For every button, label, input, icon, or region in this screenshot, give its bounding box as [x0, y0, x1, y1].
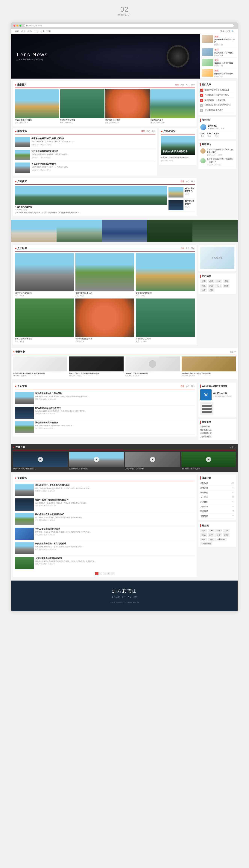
tag-item[interactable]: 相机 — [208, 279, 215, 283]
nav-photography[interactable]: 摄影 — [21, 30, 25, 33]
nav-register[interactable]: 注册 — [226, 30, 230, 33]
tab-latest[interactable]: 最新 — [141, 130, 145, 133]
tag-item[interactable]: 摄影 — [200, 529, 207, 532]
nav-home[interactable]: 首页 — [15, 30, 19, 33]
tab-domestic[interactable]: 国内 — [186, 247, 190, 250]
tag-item[interactable]: 相机 — [208, 529, 215, 532]
tab-overseas[interactable]: 国外 — [191, 247, 195, 250]
tab-selected[interactable]: 精选 — [191, 180, 195, 183]
wide-article[interactable]: RAW格式后期处理完整教程 RAW格式保留了最多的图像信息，学会后期处理让每张照… — [15, 405, 195, 420]
tab-humanistic[interactable]: 人文 — [186, 84, 190, 86]
ranked-item[interactable]: 2 风光摄影最佳拍摄时间与技巧 — [200, 93, 234, 98]
tag-item[interactable]: 佳能 — [215, 279, 222, 283]
article-item[interactable]: 跋山涉水，记录自然界最壮观的景色... 户外摄影 · 1天前 — [161, 155, 195, 163]
ranked-item[interactable]: 4 后期处理让照片更加完美的方法 — [200, 103, 234, 108]
nav-login[interactable]: 登录 — [220, 30, 224, 33]
browser-minimize-dot[interactable] — [17, 25, 18, 27]
wide-article[interactable]: 高山摄影的安全注意事项与技巧 高山摄影风险与美景并存，安全第一的同时如何拍出最美… — [15, 512, 195, 526]
tab-popular[interactable]: 热门 — [186, 385, 190, 388]
category-item[interactable]: 器材评测 96 — [200, 486, 234, 490]
tag-item[interactable]: Lightroom — [215, 538, 226, 541]
tab-scenery[interactable]: 风光 — [181, 84, 184, 86]
page-num-4[interactable]: 4 — [107, 572, 111, 575]
image-item[interactable]: 大自然绿色田野 赵六 / 2024-01-12 — [150, 89, 195, 124]
tab-latest[interactable]: 最新 — [181, 385, 184, 388]
tab-popular[interactable]: 热门 — [186, 180, 190, 183]
tab-random[interactable]: 随机 — [191, 385, 195, 388]
category-item[interactable]: 人文纪实 63 — [200, 495, 234, 500]
browser-close-dot[interactable] — [13, 25, 16, 27]
tab-recommended[interactable]: 推荐 — [151, 130, 156, 133]
image-item[interactable]: 花卉微距特写摄影 王五 / 2024-01-13 — [105, 89, 149, 124]
wide-article[interactable]: 手机APP摄影后期处理大全 现在手机上有很多优秀的后期处理应用，本文为你详细介绍… — [15, 526, 195, 541]
nav-tech[interactable]: 技术 — [40, 30, 45, 33]
feature-item[interactable]: 壮美的山川风光摄影记录 — [161, 136, 195, 155]
page-num-next[interactable]: » — [111, 572, 115, 575]
category-item[interactable]: 手机摄影 45 — [200, 509, 234, 514]
page-num-3[interactable]: 3 — [103, 572, 107, 575]
article-item[interactable]: 旅行途中的精彩瞬间记录方法 旅行摄影需要随时准备好相机，捕捉最美的瞬间... 旅… — [15, 149, 156, 161]
article-item[interactable]: 星空下的孤独旅行 4天前 — [168, 199, 195, 212]
video-more-link[interactable]: 更多>> — [230, 446, 236, 448]
humanistic-item[interactable]: 街头摄影的精彩瞬间 街拍 · 7天前 — [136, 253, 195, 297]
image-item[interactable]: 美丽的海滩风光摄影 张三 / 2024-01-15 — [15, 89, 59, 124]
humanistic-item[interactable]: 自然中的人文风情 风情 · 10天前 — [136, 299, 195, 343]
tag-item[interactable]: 旅行 — [223, 284, 229, 288]
humanistic-item[interactable]: 乡村生活的质朴之美 生活 · 8天前 — [15, 299, 74, 343]
tag-item[interactable]: 风光 — [208, 533, 215, 537]
wide-article[interactable]: 学习摄影构图的七个基本原则 好的构图是一张优秀照片的基础，掌握这些原则让你的摄影… — [15, 391, 195, 405]
hero-sidebar-item[interactable]: 新品 佳能新款相机评测详解 2024-01-13 — [200, 58, 238, 68]
tab-latest[interactable]: 最新 — [181, 180, 184, 183]
equip-more-link[interactable]: 更多>> — [230, 350, 236, 353]
hero-sidebar-item[interactable]: 推荐 摄影爱好者必看的十大技巧 2024-01-15 — [200, 34, 238, 47]
tag-item[interactable]: 尼康 — [223, 529, 229, 532]
hero-sidebar-item[interactable]: 推荐 旅行摄影必备装备清单 2024-01-12 — [200, 68, 238, 79]
tag-item[interactable]: 摄影 — [200, 279, 207, 283]
tag-item[interactable]: 索尼 — [200, 533, 207, 537]
tag-item[interactable]: 构图 — [200, 288, 207, 292]
category-item[interactable]: 风光摄影 112 — [200, 500, 234, 504]
tag-item[interactable]: 后期 — [208, 288, 215, 292]
video-item[interactable]: ▶ 摄影大师讲解人像拍摄技巧 — [13, 452, 68, 470]
video-item[interactable]: ▶ 后期修图软件完整教程 — [125, 452, 180, 470]
landscape-main[interactable]: 广袤草原的震撼风光 风光摄影 · 2天前 连绵不断的草原在阳光下泛着金光，远处的… — [15, 186, 167, 214]
wide-article[interactable]: 夜间摄影完全指南：从入门到精通 夜晚拍摄有独特的魅力，掌握这些技巧让你拍出完美的… — [15, 541, 195, 556]
browser-maximize-dot[interactable] — [20, 25, 21, 27]
play-button[interactable]: ▶ — [206, 457, 211, 462]
tag-item[interactable]: 旅行 — [223, 533, 229, 537]
tag-item[interactable]: 后期 — [208, 538, 215, 541]
tag-item[interactable]: 人文 — [215, 284, 222, 288]
category-item[interactable]: 摄影教程 128 — [200, 481, 234, 486]
humanistic-item[interactable]: 城市生活的真实记录 纪实 · 5天前 — [15, 253, 74, 297]
humanistic-item[interactable]: 传统文化的摄影记录 人文 · 6天前 — [76, 253, 134, 297]
article-item[interactable]: 探索未知的摄影技巧与构图方法详解 摄影是一门艺术，需要不断学习和实践才能提高技术… — [15, 136, 156, 149]
tab-all[interactable]: 全部 — [175, 84, 179, 86]
play-button[interactable]: ▶ — [150, 457, 155, 462]
ranked-item[interactable]: 3 如何选购第一台单反相机 — [200, 98, 234, 103]
hero-sidebar-item[interactable]: 热门 最美风景照片分享合集 2024-01-14 — [200, 47, 238, 58]
page-num-1[interactable]: 1 — [95, 572, 99, 575]
wide-article[interactable]: 人文纪实摄影的道德边界思考 摄影师在记录社会现实时需要考虑的伦理问题，如何在艺术… — [15, 556, 195, 570]
play-button[interactable]: ▶ — [38, 457, 43, 462]
article-item[interactable]: 沙漠日出的神奇景色 3天前 — [168, 186, 195, 199]
equipment-item[interactable]: 佳能EOS R5 全画幅无反相机深度评测 ¥19,999 · 评分9.5 — [13, 356, 67, 377]
link-item[interactable]: 后期处理教程 — [200, 435, 234, 438]
equipment-item[interactable]: MacBook Pro 2023摄影工作站评测 ¥19,999 · 评分9.7 — [182, 356, 236, 377]
ranked-item[interactable]: 5 人文摄影的故事性表达 — [200, 108, 234, 113]
comment-item[interactable]: 风景照片拍得真漂亮，请问用的什么相机？ 旅行达人 · 3小时前 — [200, 157, 234, 167]
video-item[interactable]: ▶ 相机设置详解新手必看 — [182, 452, 236, 470]
tab-travel[interactable]: 旅行 — [191, 84, 195, 86]
wide-article[interactable]: 摄影构图技巧：黄金分割法的实际运用 黄金分割是摄影构图中最经典的方法，学会这个技… — [15, 483, 195, 497]
equipment-item[interactable]: Sony A7 IV全能型微单评测 ¥16,999 · 评分9.2 — [126, 356, 180, 377]
nav-travel[interactable]: 旅游 — [28, 30, 32, 33]
tag-item[interactable]: 构图 — [200, 538, 207, 541]
wide-article[interactable]: 佳能vs尼康：两大品牌深度对比分析 选择相机品牌一直是摄影新手的困惑，本文从各个… — [15, 497, 195, 512]
video-item[interactable]: ▶ 风光摄影实战教学全集 — [69, 452, 124, 470]
tag-item[interactable]: 风光 — [208, 284, 215, 288]
tag-item[interactable]: 人文 — [215, 533, 222, 537]
ranked-item[interactable]: 1 摄影新手必学的十个基础知识 — [200, 88, 234, 93]
humanistic-item[interactable]: 节日庆典的欢乐时光 节日 · 9天前 — [76, 299, 134, 343]
category-item[interactable]: 后期处理 89 — [200, 504, 234, 509]
nav-humanistic[interactable]: 人文 — [34, 30, 38, 33]
equipment-item[interactable]: Nikon Z9旗舰无反相机完整测试报告 ¥54,999 · 评分9.8 — [69, 356, 123, 377]
